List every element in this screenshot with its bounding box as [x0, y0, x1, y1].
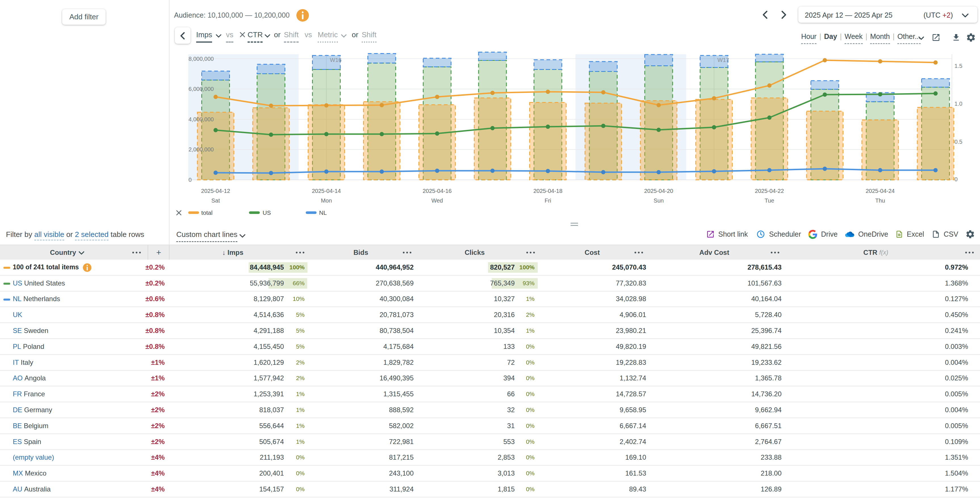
svg-text:0: 0 — [188, 177, 192, 183]
svg-text:2,000,000: 2,000,000 — [188, 146, 214, 153]
svg-text:0.5: 0.5 — [955, 139, 963, 145]
svg-text:1.0: 1.0 — [955, 101, 963, 107]
svg-text:2025-04-20: 2025-04-20 — [644, 188, 673, 194]
svg-text:2025-04-16: 2025-04-16 — [423, 188, 452, 194]
svg-text:2025-04-18: 2025-04-18 — [533, 188, 562, 194]
svg-text:Wed: Wed — [431, 197, 443, 204]
svg-text:Sat: Sat — [211, 197, 220, 204]
svg-text:4,000,000: 4,000,000 — [188, 116, 214, 123]
svg-text:W17: W17 — [718, 57, 729, 63]
svg-text:Mon: Mon — [321, 197, 332, 204]
svg-text:2025-04-22: 2025-04-22 — [755, 188, 784, 194]
svg-text:Sun: Sun — [654, 197, 664, 204]
svg-text:Thu: Thu — [875, 197, 885, 204]
svg-text:Tue: Tue — [765, 197, 774, 204]
svg-text:6,000,000: 6,000,000 — [188, 86, 214, 92]
svg-text:2025-04-12: 2025-04-12 — [201, 188, 230, 194]
svg-text:2025-04-14: 2025-04-14 — [312, 188, 340, 194]
svg-text:Fri: Fri — [544, 197, 551, 204]
svg-text:8,000,000: 8,000,000 — [188, 56, 214, 62]
svg-text:W16: W16 — [330, 57, 342, 63]
svg-text:1.5: 1.5 — [955, 63, 963, 69]
svg-text:0: 0 — [955, 176, 958, 182]
svg-text:2025-04-24: 2025-04-24 — [865, 188, 894, 194]
